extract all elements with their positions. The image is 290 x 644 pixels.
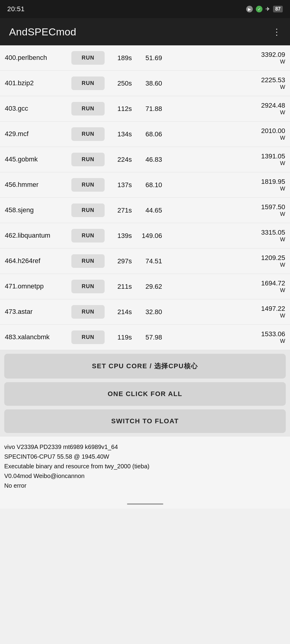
status-time: 20:51 <box>7 5 25 13</box>
bench-watt: 2924.48W <box>162 102 285 116</box>
table-row: 401.bzip2RUN250s38.602225.53W <box>0 71 290 96</box>
airplane-icon: ✈ <box>266 6 270 12</box>
bench-name: 400.perlbench <box>5 54 71 62</box>
table-row: 483.xalancbmkRUN119s57.981533.06W <box>0 325 290 350</box>
footer-line-4: V0.04mod Weibo@ioncannon <box>4 471 286 481</box>
bench-time: 139s <box>105 232 132 240</box>
bench-time: 271s <box>105 207 132 214</box>
run-button[interactable]: RUN <box>71 51 105 65</box>
benchmark-list: 400.perlbenchRUN189s51.693392.09W401.bzi… <box>0 45 290 350</box>
table-row: 462.libquantumRUN139s149.063315.05W <box>0 223 290 249</box>
set-cpu-button[interactable]: SET CPU CORE / 选择CPU核心 <box>4 354 286 379</box>
app-title: AndSPECmod <box>9 26 76 38</box>
check-icon: ✓ <box>256 6 262 12</box>
bench-watt: 1533.06W <box>162 330 285 344</box>
footer-line-1: vivo V2339A PD2339 mt6989 k6989v1_64 <box>4 442 286 452</box>
table-row: 400.perlbenchRUN189s51.693392.09W <box>0 45 290 71</box>
bench-time: 224s <box>105 156 132 164</box>
status-right-icons: ▶ ✓ ✈ 87 <box>246 6 283 12</box>
table-row: 445.gobmkRUN224s46.831391.05W <box>0 147 290 172</box>
run-button[interactable]: RUN <box>71 102 105 115</box>
bench-watt: 1391.05W <box>162 152 285 167</box>
bench-time: 189s <box>105 54 132 62</box>
bench-name: 462.libquantum <box>5 232 71 239</box>
run-button[interactable]: RUN <box>71 76 105 90</box>
one-click-button[interactable]: ONE CLICK FOR ALL <box>4 382 286 406</box>
bench-time: 211s <box>105 283 132 291</box>
main-content: 400.perlbenchRUN189s51.693392.09W401.bzi… <box>0 45 290 509</box>
bottom-nav <box>0 499 290 509</box>
bench-name: 445.gobmk <box>5 155 71 163</box>
bench-time: 250s <box>105 80 132 87</box>
bench-time: 137s <box>105 181 132 189</box>
run-button[interactable]: RUN <box>71 153 105 166</box>
bench-watt: 2225.53W <box>162 76 285 90</box>
bench-time: 119s <box>105 333 132 341</box>
bench-score: 149.06 <box>132 232 162 240</box>
footer-info: vivo V2339A PD2339 mt6989 k6989v1_64 SPE… <box>0 437 290 499</box>
bench-name: 456.hmmer <box>5 181 71 189</box>
bench-name: 403.gcc <box>5 105 71 112</box>
footer-line-2: SPECINT06-CPU7 55.58 @ 1945.40W <box>4 452 286 461</box>
bench-watt: 1819.95W <box>162 178 285 192</box>
bench-time: 112s <box>105 105 132 113</box>
bench-watt: 1209.25W <box>162 254 285 268</box>
bench-score: 46.83 <box>132 156 162 164</box>
bench-score: 29.62 <box>132 283 162 291</box>
bench-watt: 3315.05W <box>162 229 285 243</box>
bench-watt: 3392.09W <box>162 51 285 65</box>
run-button[interactable]: RUN <box>71 127 105 141</box>
nav-indicator <box>127 503 163 505</box>
bench-time: 134s <box>105 130 132 138</box>
table-row: 403.gccRUN112s71.882924.48W <box>0 96 290 122</box>
media-icon: ▶ <box>246 6 253 12</box>
footer-line-3: Executable binary and resource from twy_… <box>4 461 286 471</box>
bench-time: 214s <box>105 308 132 316</box>
table-row: 471.omnetppRUN211s29.621694.72W <box>0 274 290 299</box>
run-button[interactable]: RUN <box>71 305 105 319</box>
run-button[interactable]: RUN <box>71 254 105 268</box>
bench-name: 429.mcf <box>5 130 71 138</box>
app-bar: AndSPECmod ⋮ <box>0 18 290 45</box>
bench-name: 464.h264ref <box>5 257 71 265</box>
run-button[interactable]: RUN <box>71 178 105 192</box>
bench-score: 74.51 <box>132 257 162 265</box>
table-row: 458.sjengRUN271s44.651597.50W <box>0 198 290 223</box>
run-button[interactable]: RUN <box>71 203 105 217</box>
battery-indicator: 87 <box>273 6 283 12</box>
bench-score: 38.60 <box>132 80 162 87</box>
bench-name: 473.astar <box>5 308 71 316</box>
bench-watt: 1694.72W <box>162 279 285 294</box>
bench-name: 401.bzip2 <box>5 79 71 87</box>
bench-name: 458.sjeng <box>5 206 71 214</box>
bench-watt: 1497.22W <box>162 305 285 319</box>
bench-time: 297s <box>105 257 132 265</box>
bench-score: 68.06 <box>132 130 162 138</box>
run-button[interactable]: RUN <box>71 280 105 293</box>
run-button[interactable]: RUN <box>71 229 105 242</box>
bench-score: 57.98 <box>132 333 162 341</box>
run-button[interactable]: RUN <box>71 330 105 344</box>
bench-score: 68.10 <box>132 181 162 189</box>
status-bar: 20:51 ▶ ✓ ✈ 87 <box>0 0 290 18</box>
table-row: 456.hmmerRUN137s68.101819.95W <box>0 172 290 198</box>
switch-float-button[interactable]: SWITCH TO FLOAT <box>4 409 286 433</box>
bench-watt: 2010.00W <box>162 127 285 141</box>
table-row: 464.h264refRUN297s74.511209.25W <box>0 249 290 274</box>
bench-score: 44.65 <box>132 207 162 214</box>
bench-score: 32.80 <box>132 308 162 316</box>
table-row: 429.mcfRUN134s68.062010.00W <box>0 122 290 147</box>
bench-name: 471.omnetpp <box>5 282 71 290</box>
bottom-section: SET CPU CORE / 选择CPU核心 ONE CLICK FOR ALL… <box>0 350 290 437</box>
table-row: 473.astarRUN214s32.801497.22W <box>0 299 290 325</box>
overflow-menu-icon[interactable]: ⋮ <box>272 27 281 37</box>
bench-score: 51.69 <box>132 54 162 62</box>
bench-name: 483.xalancbmk <box>5 333 71 341</box>
bench-score: 71.88 <box>132 105 162 113</box>
bench-watt: 1597.50W <box>162 203 285 217</box>
footer-line-5: No error <box>4 481 286 490</box>
